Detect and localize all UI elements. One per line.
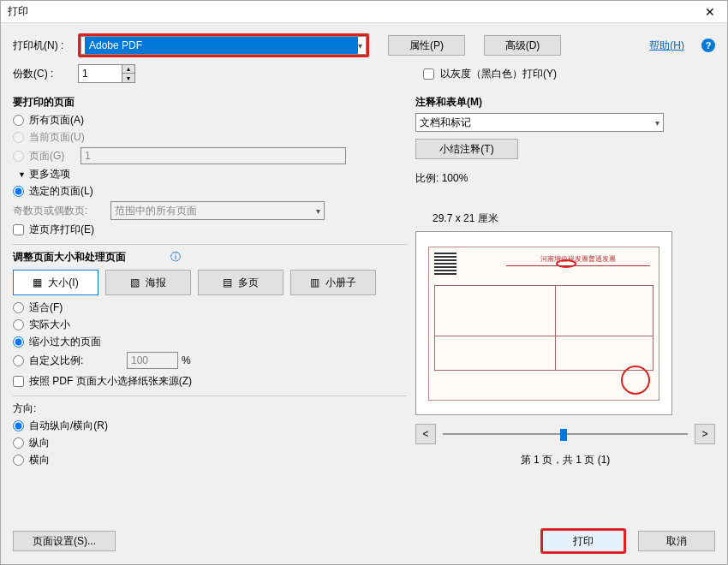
printer-selected: Adobe PDF	[85, 37, 358, 54]
spin-up-icon[interactable]: ▲	[122, 65, 134, 74]
titlebar: 打印 ✕	[1, 1, 727, 23]
preview-table	[434, 285, 653, 371]
prev-page-button[interactable]: <	[415, 424, 436, 444]
advanced-button[interactable]: 高级(D)	[484, 35, 561, 56]
page-setup-button[interactable]: 页面设置(S)...	[13, 531, 116, 551]
print-dialog: 打印 ✕ 打印机(N) : Adobe PDF ▾ 属性(P) 高级(D) 帮助…	[0, 0, 728, 565]
landscape-radio[interactable]	[13, 455, 24, 466]
custom-scale-radio[interactable]	[13, 355, 24, 366]
odd-even-dropdown: 范围中的所有页面 ▾	[110, 201, 325, 220]
print-button[interactable]: 打印	[540, 528, 626, 554]
printer-highlight: Adobe PDF ▾	[78, 33, 369, 57]
printer-dropdown[interactable]: Adobe PDF ▾	[81, 36, 367, 55]
qr-code-icon	[434, 253, 456, 275]
chevron-down-icon: ▾	[358, 41, 362, 51]
orientation-title: 方向:	[13, 401, 407, 416]
help-icon[interactable]: ?	[701, 39, 715, 52]
pages-to-print-title: 要打印的页面	[13, 95, 407, 110]
pages-range-radio	[13, 151, 24, 162]
chevron-down-icon: ▾	[316, 206, 320, 216]
summarize-comments-button[interactable]: 小结注释(T)	[415, 139, 518, 159]
current-page-label: 当前页面(U)	[29, 130, 85, 145]
percent-label: %	[182, 354, 191, 366]
pages-range-input	[81, 147, 346, 164]
fit-radio[interactable]	[13, 302, 24, 313]
copies-spinner[interactable]: ▲ ▼	[78, 64, 135, 83]
more-options-expander[interactable]: ▼ 更多选项	[18, 167, 407, 181]
selected-pages-radio[interactable]	[13, 186, 24, 197]
tab-size-label: 大小(I)	[48, 276, 78, 290]
reverse-order-checkbox[interactable]	[13, 224, 24, 235]
grayscale-label: 以灰度（黑白色）打印(Y)	[440, 67, 557, 81]
comments-dropdown[interactable]: 文档和标记 ▾	[415, 113, 664, 132]
portrait-label: 纵向	[29, 436, 50, 450]
printer-label: 打印机(N) :	[13, 39, 73, 53]
selected-pages-label: 选定的页面(L)	[29, 184, 93, 199]
landscape-label: 横向	[29, 453, 50, 467]
all-pages-radio[interactable]	[13, 115, 24, 126]
preview-document: 河南增值税发票普通发票	[428, 247, 659, 401]
more-options-label: 更多选项	[29, 167, 70, 181]
shrink-label: 缩小过大的页面	[29, 335, 101, 349]
current-page-radio	[13, 132, 24, 143]
help-link[interactable]: 帮助(H)	[649, 39, 684, 53]
multiple-icon: ▤	[223, 277, 235, 288]
copies-input[interactable]	[78, 64, 122, 83]
copies-label: 份数(C) :	[13, 67, 73, 81]
tab-poster[interactable]: ▧ 海报	[105, 270, 191, 295]
stamp-icon	[621, 366, 650, 395]
choose-paper-checkbox[interactable]	[13, 376, 24, 387]
poster-icon: ▧	[130, 277, 142, 288]
actual-size-radio[interactable]	[13, 319, 24, 330]
properties-button[interactable]: 属性(P)	[388, 35, 465, 56]
auto-orientation-label: 自动纵向/横向(R)	[29, 419, 108, 433]
tab-multiple-label: 多页	[238, 276, 259, 290]
auto-orientation-radio[interactable]	[13, 420, 24, 431]
odd-even-label: 奇数页或偶数页:	[13, 204, 107, 218]
print-preview: 河南增值税发票普通发票	[415, 231, 672, 415]
actual-size-label: 实际大小	[29, 318, 70, 332]
next-page-button[interactable]: >	[695, 424, 715, 444]
tab-booklet-label: 小册子	[325, 276, 356, 290]
close-icon[interactable]: ✕	[700, 5, 720, 19]
triangle-down-icon: ▼	[18, 170, 26, 179]
shrink-radio[interactable]	[13, 336, 24, 348]
tab-multiple[interactable]: ▤ 多页	[198, 270, 283, 295]
choose-paper-label: 按照 PDF 页面大小选择纸张来源(Z)	[29, 374, 192, 389]
paper-size-label: 29.7 x 21 厘米	[433, 211, 715, 226]
custom-scale-input	[127, 352, 178, 369]
page-info: 第 1 页，共 1 页 (1)	[415, 453, 715, 467]
pages-range-label: 页面(G)	[29, 149, 77, 164]
custom-scale-label: 自定义比例:	[29, 354, 123, 368]
comments-title: 注释和表单(M)	[415, 95, 715, 110]
tab-size[interactable]: ▦ 大小(I)	[13, 270, 98, 295]
all-pages-label: 所有页面(A)	[29, 113, 84, 128]
tab-poster-label: 海报	[146, 276, 166, 290]
page-slider[interactable]	[443, 425, 688, 443]
grayscale-checkbox[interactable]	[423, 68, 434, 80]
info-icon[interactable]: ⓘ	[170, 250, 181, 265]
fit-label: 适合(F)	[29, 300, 63, 315]
preview-doc-title: 河南增值税发票普通发票	[506, 254, 650, 266]
odd-even-value: 范围中的所有页面	[115, 204, 197, 218]
booklet-icon: ▥	[310, 277, 322, 288]
size-icon: ▦	[33, 277, 45, 288]
scale-label: 比例: 100%	[415, 171, 715, 186]
red-highlight	[556, 259, 576, 268]
tab-booklet[interactable]: ▥ 小册子	[290, 270, 376, 295]
spin-down-icon[interactable]: ▼	[122, 74, 134, 82]
portrait-radio[interactable]	[13, 437, 24, 449]
window-title: 打印	[8, 4, 28, 19]
sizing-title: 调整页面大小和处理页面	[13, 250, 126, 265]
reverse-order-label: 逆页序打印(E)	[29, 223, 94, 237]
cancel-button[interactable]: 取消	[638, 531, 715, 551]
comments-value: 文档和标记	[420, 116, 471, 130]
chevron-down-icon: ▾	[655, 118, 659, 128]
